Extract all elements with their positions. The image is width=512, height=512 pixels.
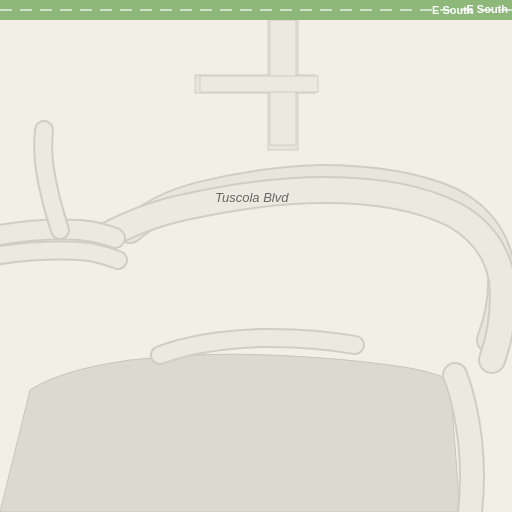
road-label-e-south: E South [466,3,508,15]
svg-text:Tuscola Blvd: Tuscola Blvd [215,190,289,205]
map-svg: Tuscola Blvd E South [0,0,512,512]
map-container: Tuscola Blvd E South E South [0,0,512,512]
svg-rect-4 [200,76,318,92]
